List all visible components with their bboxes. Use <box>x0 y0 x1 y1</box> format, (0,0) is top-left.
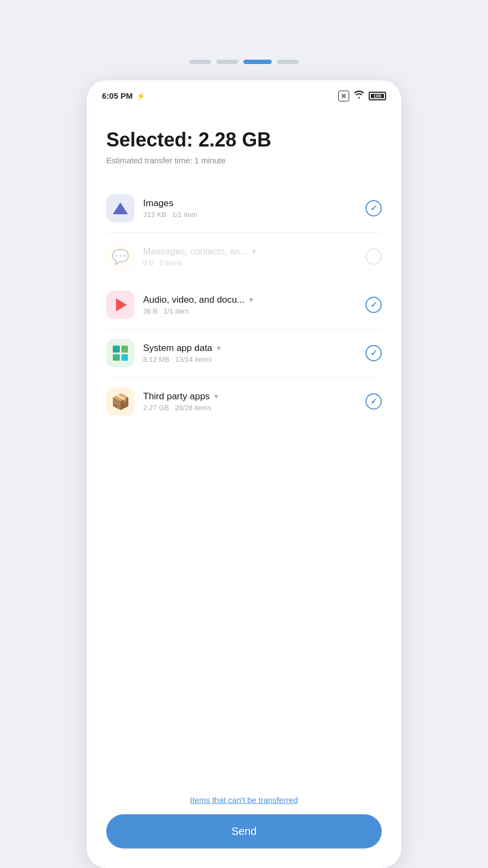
messages-dropdown-icon: ▼ <box>251 248 258 256</box>
images-name: Images <box>143 198 357 209</box>
third-icon-wrap: 📦 <box>106 387 134 416</box>
audio-info: Audio, video, and docu... ▼ 36 B 1/1 ite… <box>143 295 357 315</box>
indicator-1[interactable] <box>189 60 211 64</box>
battery-icon: 100 <box>369 92 386 100</box>
images-triangle-icon <box>113 202 128 214</box>
audio-icon-wrap <box>106 291 134 319</box>
third-info: Third party apps ▼ 2.27 GB 28/28 items <box>143 391 357 412</box>
charge-icon: ⚡ <box>136 92 145 100</box>
images-meta: 313 KB 1/1 item <box>143 210 357 219</box>
battery-text: 100 <box>373 93 381 99</box>
images-checkbox[interactable]: ✓ <box>365 200 382 216</box>
third-checkbox[interactable]: ✓ <box>365 393 382 410</box>
messages-meta: 0 B 0 items <box>143 259 357 267</box>
list-item[interactable]: 📦 Third party apps ▼ 2.27 GB 28/28 items… <box>106 378 382 425</box>
third-dropdown-icon: ▼ <box>213 393 220 400</box>
audio-name: Audio, video, and docu... ▼ <box>143 295 357 305</box>
wifi-icon <box>354 90 364 101</box>
messages-checkbox[interactable] <box>365 248 382 265</box>
audio-play-icon <box>116 298 127 311</box>
third-checkmark: ✓ <box>370 397 377 406</box>
audio-dropdown-icon: ▼ <box>248 296 254 304</box>
system-checkmark: ✓ <box>370 348 377 358</box>
main-content: Selected: 2.28 GB Estimated transfer tim… <box>87 107 401 784</box>
time-text: 6:05 PM <box>102 91 133 100</box>
send-button[interactable]: Send <box>106 814 382 848</box>
page-indicators <box>189 60 299 64</box>
cant-transfer-link[interactable]: Items that can't be transferred <box>190 795 298 805</box>
messages-chat-icon: 💬 <box>112 248 129 265</box>
system-dropdown-icon: ▼ <box>216 344 222 352</box>
messages-icon-wrap: 💬 <box>106 242 134 271</box>
indicator-4[interactable] <box>277 60 299 64</box>
system-icon-wrap <box>106 339 134 367</box>
status-icons: ✕ 100 <box>338 90 386 101</box>
audio-meta: 36 B 1/1 item <box>143 307 357 315</box>
third-meta: 2.27 GB 28/28 items <box>143 404 357 412</box>
third-name: Third party apps ▼ <box>143 391 357 402</box>
system-grid-icon <box>113 346 128 361</box>
status-bar: 6:05 PM ⚡ ✕ 100 <box>87 80 401 107</box>
third-box-icon: 📦 <box>111 393 130 411</box>
list-item[interactable]: Images 313 KB 1/1 item ✓ <box>106 184 382 233</box>
messages-info: Messages, contacts, an... ▼ 0 B 0 items <box>143 246 357 267</box>
status-time: 6:05 PM ⚡ <box>102 91 145 100</box>
transfer-list: Images 313 KB 1/1 item ✓ 💬 Messages, con… <box>106 184 382 425</box>
system-checkbox[interactable]: ✓ <box>365 345 382 361</box>
third-name-text: Third party apps <box>143 391 210 402</box>
list-item[interactable]: System app data ▼ 8.12 MB 13/14 items ✓ <box>106 329 382 378</box>
phone-frame: 6:05 PM ⚡ ✕ 100 Selected: 2.28 GB Estima… <box>87 80 401 868</box>
audio-checkmark: ✓ <box>370 300 377 310</box>
images-checkmark: ✓ <box>370 203 377 213</box>
messages-name: Messages, contacts, an... ▼ <box>143 246 357 257</box>
system-info: System app data ▼ 8.12 MB 13/14 items <box>143 343 357 363</box>
cam-x: ✕ <box>341 92 347 100</box>
list-item[interactable]: 💬 Messages, contacts, an... ▼ 0 B 0 item… <box>106 233 382 281</box>
system-meta: 8.12 MB 13/14 items <box>143 355 357 363</box>
system-name: System app data ▼ <box>143 343 357 354</box>
estimated-time: Estimated transfer time: 1 minute <box>106 156 382 165</box>
footer: Items that can't be transferred Send <box>87 784 401 868</box>
list-item[interactable]: Audio, video, and docu... ▼ 36 B 1/1 ite… <box>106 281 382 329</box>
selected-title: Selected: 2.28 GB <box>106 129 382 151</box>
indicator-2[interactable] <box>216 60 238 64</box>
indicator-3[interactable] <box>243 60 272 64</box>
audio-checkbox[interactable]: ✓ <box>365 297 382 313</box>
images-info: Images 313 KB 1/1 item <box>143 198 357 219</box>
images-icon-wrap <box>106 194 134 222</box>
cam-indicator: ✕ <box>338 91 349 101</box>
